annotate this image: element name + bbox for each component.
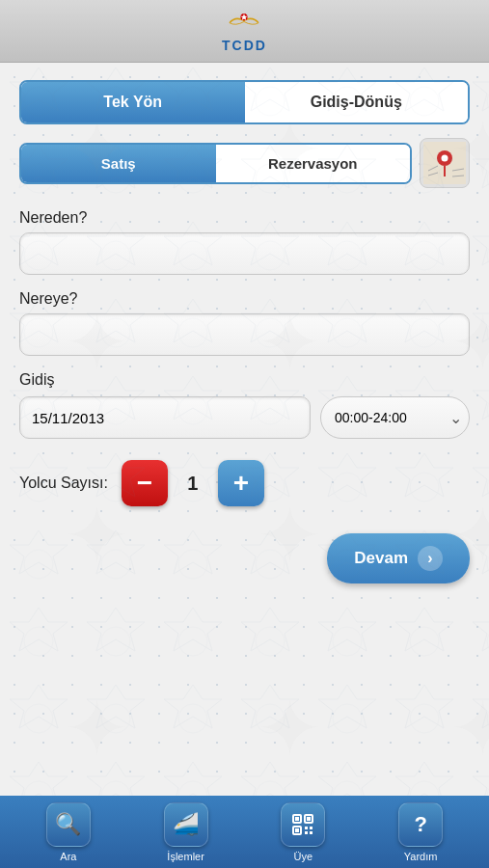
app-header: ☽ TCDD — [0, 0, 489, 63]
time-select[interactable]: 00:00-24:00 — [320, 396, 470, 439]
devam-button[interactable]: Devam › — [327, 533, 470, 583]
service-tab-group: Satış Rezervasyon — [19, 138, 470, 188]
satis-tab[interactable]: Satış — [21, 145, 216, 182]
logo: ☽ TCDD — [222, 10, 267, 53]
search-icon: 🔍 — [55, 812, 81, 837]
yardim-label: Yardım — [404, 851, 438, 862]
gidis-label: Gidiş — [19, 371, 470, 389]
svg-rect-18 — [305, 827, 308, 829]
logo-text: TCDD — [222, 38, 267, 53]
nav-ara[interactable]: 🔍 Ara — [10, 802, 127, 862]
rezervasyon-tab[interactable]: Rezervasyon — [216, 145, 411, 182]
nereye-group: Nereye? — [19, 290, 470, 356]
service-tabs: Satış Rezervasyon — [19, 143, 412, 184]
map-button[interactable] — [420, 138, 470, 188]
nav-yardim[interactable]: ? Yardım — [362, 802, 479, 862]
tek-yon-tab[interactable]: Tek Yön — [21, 82, 245, 122]
nereden-group: Nereden? — [19, 209, 470, 275]
svg-rect-13 — [295, 817, 299, 821]
nereden-input[interactable] — [19, 232, 470, 275]
svg-rect-17 — [295, 828, 299, 832]
devam-label: Devam — [354, 549, 408, 568]
nereye-input[interactable] — [19, 313, 470, 356]
qr-icon — [291, 813, 314, 836]
increase-passenger-button[interactable]: + — [218, 460, 264, 506]
devam-row: Devam › — [19, 533, 470, 583]
main-content: Tek Yön Gidiş-Dönüş Satış Rezervasyon — [0, 63, 489, 796]
chevron-right-icon: › — [418, 546, 443, 571]
train-icon-box: 🚄 — [164, 802, 208, 847]
islemler-label: İşlemler — [167, 851, 204, 862]
help-icon: ? — [414, 812, 426, 837]
yolcu-label: Yolcu Sayısı: — [19, 475, 108, 492]
svg-rect-15 — [307, 817, 311, 821]
search-icon-box: 🔍 — [46, 802, 91, 847]
decrease-passenger-button[interactable]: − — [122, 460, 168, 506]
help-icon-box: ? — [398, 802, 443, 847]
svg-rect-21 — [310, 831, 312, 834]
svg-rect-20 — [305, 831, 308, 834]
gidis-row: 00:00-24:00 ⌄ — [19, 396, 470, 439]
nav-uye[interactable]: Üye — [245, 802, 363, 862]
yolcu-row: Yolcu Sayısı: − 1 + — [19, 460, 470, 506]
gidis-group: Gidiş 00:00-24:00 ⌄ — [19, 371, 470, 439]
minus-icon: − — [137, 468, 152, 499]
logo-emblem: ☽ — [227, 10, 261, 37]
nav-islemler[interactable]: 🚄 İşlemler — [127, 802, 245, 862]
uye-label: Üye — [294, 851, 313, 862]
nereden-label: Nereden? — [19, 209, 470, 227]
time-select-wrapper: 00:00-24:00 ⌄ — [320, 396, 470, 439]
bottom-navigation: 🔍 Ara 🚄 İşlemler Üye — [0, 796, 489, 868]
gidis-donus-tab[interactable]: Gidiş-Dönüş — [245, 82, 469, 122]
train-icon: 🚄 — [173, 812, 199, 837]
direction-tab-group: Tek Yön Gidiş-Dönüş — [19, 80, 470, 124]
ara-label: Ara — [60, 851, 76, 862]
nereye-label: Nereye? — [19, 290, 470, 308]
passenger-count: 1 — [181, 473, 204, 495]
svg-rect-19 — [310, 827, 312, 829]
date-input[interactable] — [19, 396, 311, 439]
plus-icon: + — [233, 468, 249, 499]
svg-point-7 — [442, 155, 448, 162]
qr-icon-box — [281, 802, 325, 847]
